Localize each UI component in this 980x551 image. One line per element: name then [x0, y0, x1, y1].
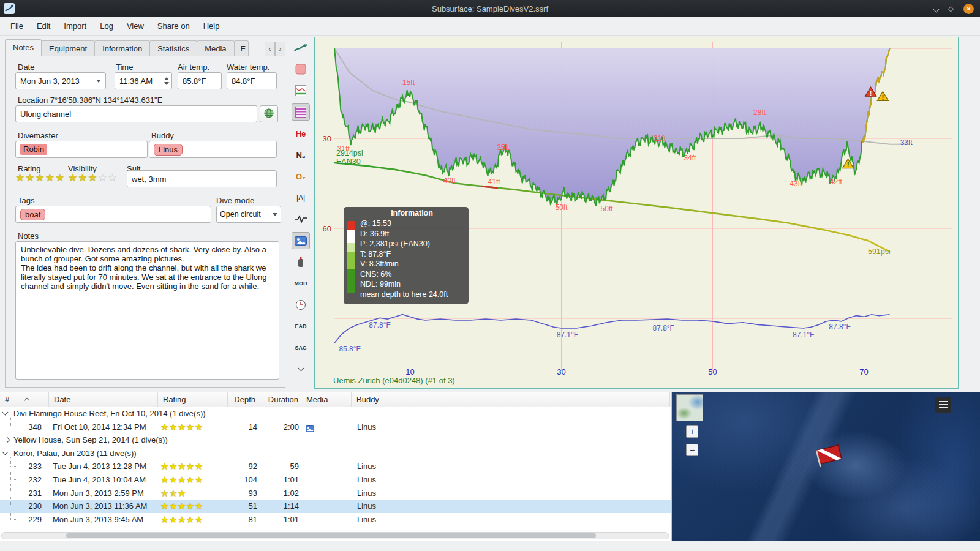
collapse-icon[interactable] [2, 410, 9, 416]
menu-view[interactable]: View [120, 17, 151, 35]
dive-mode-combobox[interactable]: Open circuit [216, 206, 281, 223]
dive-row[interactable]: 230Mon Jun 3, 2013 11:36 AM★★★★★511:14Li… [0, 500, 671, 513]
svg-text:2914psi: 2914psi [336, 149, 363, 157]
title-bar[interactable]: Subsurface: SampleDivesV2.ssrf ◇ × [0, 0, 980, 17]
map-zoom-in-button[interactable]: + [686, 425, 698, 438]
minimize-button[interactable] [934, 4, 938, 13]
dive-row[interactable]: 229Mon Jun 3, 2013 9:45 AM★★★★★811:01Lin… [0, 513, 671, 527]
tooltip-line: D: 36.9ft [360, 229, 464, 239]
svg-text:87.8°F: 87.8°F [652, 324, 674, 332]
column-header-duration[interactable]: Duration [258, 392, 301, 407]
menu-log[interactable]: Log [93, 17, 120, 35]
visibility-stars[interactable]: ★★★☆☆ [68, 171, 118, 184]
menu-share-on[interactable]: Share on [151, 17, 197, 35]
water-temp-value: 84.8°F [232, 77, 255, 86]
menu-file[interactable]: File [4, 17, 30, 35]
tags-label: Tags [18, 196, 34, 205]
date-label: Date [18, 62, 34, 72]
dive-number: 231 [22, 487, 42, 500]
tree-branch-line [10, 497, 18, 506]
dive-flag-marker[interactable] [815, 443, 844, 469]
map-menu-button[interactable] [935, 397, 951, 413]
tab-scroll-left-icon[interactable]: ‹ [265, 42, 275, 56]
dive-buddy: Linus [357, 460, 376, 473]
toolbar-scroll-down-icon[interactable] [292, 361, 310, 378]
collapse-icon[interactable] [2, 449, 9, 455]
menu-import[interactable]: Import [57, 17, 93, 35]
column-header-date[interactable]: Date [49, 392, 158, 407]
gas-pressure-icon[interactable] [292, 253, 310, 271]
column-header-media[interactable]: Media [301, 392, 352, 407]
air-temp-field[interactable]: 85.8°F [178, 72, 222, 89]
profile-info-tooltip: Information @: 15:53D: 36.9ftP: 2,381psi… [344, 207, 469, 304]
dive-site-map[interactable]: + − [672, 392, 980, 541]
po2-icon[interactable] [292, 61, 310, 78]
buddy-label: Buddy [151, 131, 174, 140]
menu-edit[interactable]: Edit [30, 17, 57, 35]
close-button[interactable]: × [963, 4, 974, 14]
trip-row[interactable]: Yellow House, Sun Sep 21, 2014 (1 dive(s… [0, 433, 671, 447]
tab-notes[interactable]: Notes [5, 39, 42, 56]
trip-row[interactable]: Koror, Palau, Jun 2013 (11 dive(s)) [0, 447, 671, 460]
divemaster-label: Divemaster [18, 131, 58, 140]
setpoint-icon[interactable]: |A| [292, 189, 310, 206]
map-zoom-out-button[interactable]: − [686, 444, 698, 456]
heliox-icon[interactable]: He [292, 125, 310, 142]
tab-e[interactable]: E [234, 40, 249, 56]
scuba-diver-icon[interactable] [292, 39, 310, 56]
location-input[interactable]: Ulong channel [15, 105, 257, 122]
time-spinbox[interactable]: 11:36 AM [115, 72, 172, 89]
trip-row[interactable]: Divi Flamingo House Reef, Fri Oct 10, 20… [0, 407, 671, 421]
rating-stars[interactable]: ★★★★★ [15, 171, 65, 184]
oxygen-icon[interactable]: O₂ [292, 168, 310, 185]
sac-icon[interactable]: SAC [292, 339, 310, 356]
column-header-buddy[interactable]: Buddy [352, 392, 670, 407]
tab-statistics[interactable]: Statistics [149, 40, 197, 56]
horizontal-scrollbar[interactable] [1, 532, 669, 539]
dive-buddy: Linus [357, 513, 376, 527]
dive-number: 232 [22, 473, 42, 487]
dive-time-icon[interactable] [292, 296, 310, 313]
column-header-depth[interactable]: Depth [228, 392, 258, 407]
notes-textarea[interactable]: Unbelievable dive. Dozens and dozens of … [15, 241, 279, 380]
dive-row[interactable]: 231Mon Jun 3, 2013 2:59 PM★★★☆☆931:02Lin… [0, 487, 671, 500]
dive-depth: 14 [230, 421, 257, 434]
dive-profile[interactable]: 30601030507031ft15ft40ft41ft35ft50ft50ft… [314, 37, 959, 389]
photos-icon[interactable] [292, 232, 310, 249]
ead-icon[interactable]: EAD [292, 318, 310, 335]
maximize-button[interactable]: ◇ [948, 4, 954, 13]
tab-information[interactable]: Information [94, 40, 150, 56]
dive-row[interactable]: 348Fri Oct 10, 2014 12:34 PM★★★★★142:00L… [0, 421, 671, 434]
expand-icon[interactable] [4, 437, 10, 443]
dive-depth: 92 [230, 460, 257, 473]
ceiling-icon[interactable] [292, 82, 310, 99]
dive-buddy: Linus [357, 500, 376, 513]
heart-rate-icon[interactable] [292, 211, 310, 228]
app-logo-icon [4, 3, 15, 14]
tab-scroll-right-icon[interactable]: › [275, 42, 285, 56]
time-spin-buttons[interactable] [160, 73, 169, 89]
svg-text:33ft: 33ft [900, 138, 913, 147]
water-temp-field[interactable]: 84.8°F [227, 72, 277, 89]
dc-ceiling-icon[interactable] [292, 103, 310, 121]
tags-input[interactable]: boat [15, 206, 211, 223]
dive-info-panel: NotesEquipmentInformationStatisticsMedia… [5, 39, 285, 388]
date-combobox[interactable]: Mon Jun 3, 2013 [15, 72, 106, 89]
dive-row[interactable]: 232Tue Jun 4, 2013 10:04 AM★★★★★1041:01L… [0, 473, 671, 487]
divemaster-input[interactable]: Robin [15, 141, 148, 158]
mod-icon[interactable]: MOD [292, 275, 310, 292]
dive-row[interactable]: 233Tue Jun 4, 2013 12:28 PM★★★★★9259Linu… [0, 460, 671, 473]
tab-equipment[interactable]: Equipment [41, 40, 95, 56]
menu-help[interactable]: Help [197, 17, 227, 35]
tab-media[interactable]: Media [197, 40, 234, 56]
nitrogen-icon[interactable]: N₂ [292, 146, 310, 163]
warning-event-icon[interactable]: ! [877, 91, 888, 101]
map-globe-button[interactable] [260, 105, 278, 122]
column-header-rating[interactable]: Rating [158, 392, 228, 407]
suit-input[interactable]: wet, 3mm [127, 170, 277, 187]
map-overview-inset[interactable] [676, 394, 703, 421]
column-header-num[interactable]: # [0, 392, 49, 407]
scrollbar-handle[interactable] [66, 533, 596, 538]
buddy-input[interactable]: Linus [149, 141, 277, 158]
dive-mode-value: Open circuit [220, 210, 261, 219]
